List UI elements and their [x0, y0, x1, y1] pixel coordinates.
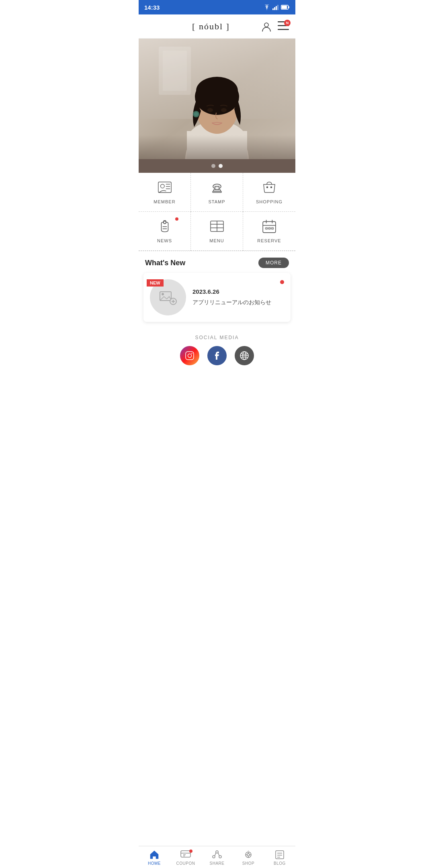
- stamp-label: STAMP: [208, 199, 225, 204]
- svg-rect-3: [277, 5, 278, 10]
- status-time: 14:33: [144, 4, 160, 11]
- member-icon: [158, 180, 172, 196]
- svg-point-7: [264, 23, 268, 27]
- svg-rect-1: [274, 7, 275, 10]
- svg-rect-44: [263, 221, 276, 233]
- facebook-icon: [212, 351, 222, 360]
- svg-rect-50: [271, 227, 273, 229]
- website-button[interactable]: [235, 346, 254, 365]
- hero-image: [139, 39, 295, 159]
- facebook-button[interactable]: [207, 346, 227, 365]
- social-media-label: SOCIAL MEDIA: [139, 335, 295, 340]
- carousel-dot-1[interactable]: [211, 164, 215, 168]
- status-icons: [263, 4, 290, 10]
- news-image-container: NEW: [150, 279, 186, 315]
- svg-rect-5: [289, 6, 290, 8]
- svg-point-52: [162, 293, 164, 295]
- svg-point-57: [188, 354, 192, 358]
- website-icon: [240, 351, 249, 360]
- menu-button[interactable]: N: [278, 21, 289, 32]
- nav-item-news[interactable]: NEWS: [139, 212, 191, 251]
- wifi-icon: [263, 4, 270, 10]
- svg-rect-2: [276, 6, 277, 10]
- news-date: 2023.6.26: [192, 288, 274, 295]
- nav-item-menu[interactable]: MENU: [191, 212, 243, 251]
- svg-rect-10: [278, 29, 289, 30]
- svg-point-58: [191, 353, 192, 354]
- svg-rect-26: [158, 182, 171, 193]
- nav-item-shopping[interactable]: SHOPPING: [243, 173, 295, 212]
- logo: [ nóubl ]: [192, 21, 230, 32]
- svg-rect-25: [163, 51, 187, 91]
- carousel-dot-2[interactable]: [219, 164, 223, 168]
- new-badge: NEW: [147, 279, 164, 287]
- nav-grid: MEMBER STAMP SHOPPING: [139, 173, 295, 251]
- social-icons: [139, 346, 295, 365]
- whats-new-title: What's New: [145, 259, 185, 267]
- whats-new-section: What's New MORE: [139, 251, 295, 273]
- nav-item-reserve[interactable]: RESERVE: [243, 212, 295, 251]
- svg-rect-48: [265, 227, 267, 229]
- notification-badge: N: [284, 20, 291, 26]
- member-label: MEMBER: [154, 199, 175, 204]
- news-icon: [158, 219, 172, 235]
- header: [ nóubl ] N: [139, 14, 295, 39]
- instagram-icon: [185, 351, 194, 360]
- svg-point-37: [163, 221, 166, 223]
- nav-item-member[interactable]: MEMBER: [139, 173, 191, 212]
- svg-rect-32: [215, 186, 219, 190]
- svg-rect-0: [272, 8, 274, 10]
- svg-rect-56: [186, 352, 194, 360]
- svg-point-21: [221, 108, 227, 112]
- shopping-label: SHOPPING: [256, 199, 283, 204]
- signal-icon: [272, 4, 279, 10]
- reserve-icon: [262, 219, 276, 235]
- news-unread-dot: [280, 280, 284, 284]
- svg-point-27: [160, 184, 164, 188]
- social-media-section: SOCIAL MEDIA: [139, 328, 295, 370]
- menu-label: MENU: [209, 238, 224, 243]
- header-right: N: [261, 21, 289, 32]
- nav-item-stamp[interactable]: STAMP: [191, 173, 243, 212]
- carousel-dots: [139, 159, 295, 173]
- svg-rect-6: [282, 6, 287, 9]
- profile-icon[interactable]: [261, 21, 272, 32]
- news-label: NEWS: [157, 238, 172, 243]
- svg-point-35: [267, 187, 268, 188]
- hero-overlay: [139, 135, 295, 159]
- svg-point-36: [271, 187, 272, 188]
- status-bar: 14:33: [139, 0, 295, 14]
- svg-rect-34: [213, 191, 221, 192]
- svg-rect-49: [268, 227, 270, 229]
- svg-point-20: [207, 108, 213, 112]
- more-button[interactable]: MORE: [258, 258, 289, 268]
- shopping-icon: [262, 180, 276, 196]
- reserve-label: RESERVE: [257, 238, 281, 243]
- news-content: 2023.6.26 アプリリニューアルのお知らせ: [192, 288, 274, 307]
- stamp-icon: [210, 180, 224, 196]
- news-text: アプリリニューアルのお知らせ: [192, 298, 274, 307]
- news-card[interactable]: NEW 2023.6.26 アプリリニューアルのお知らせ: [143, 273, 291, 322]
- svg-point-23: [194, 112, 198, 116]
- menu-icon: [210, 219, 224, 235]
- news-notification-dot: [175, 217, 178, 221]
- instagram-button[interactable]: [180, 346, 199, 365]
- news-image-placeholder: [158, 289, 178, 307]
- battery-icon: [281, 5, 290, 10]
